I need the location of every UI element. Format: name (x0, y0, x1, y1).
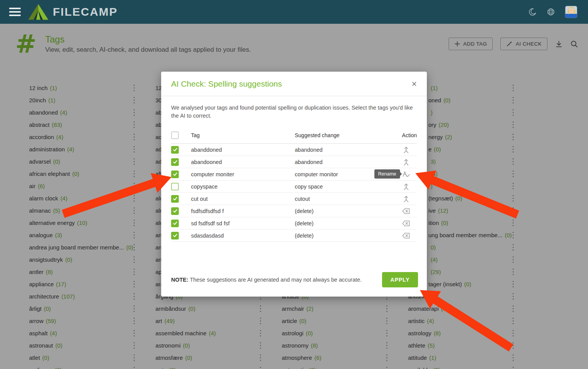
ai-check-modal: AI Check: Spelling suggestions × We anal… (161, 72, 427, 297)
row-checkbox[interactable] (171, 195, 179, 203)
rename-tooltip: Rename (374, 169, 400, 179)
suggested-change-value: (delete) (295, 208, 395, 214)
suggestions-table: Tag Suggested change Action abanddonedab… (171, 127, 417, 242)
suggestion-row: computer monitercomputer monitorRename (171, 168, 417, 180)
merge-action-icon[interactable] (395, 158, 417, 166)
column-header-action: Action (395, 132, 417, 138)
apply-button[interactable]: APPLY (382, 272, 418, 287)
suggestion-row: sdasdasdasd(delete) (171, 230, 417, 242)
ai-disclaimer-note: NOTE: These suggestions are AI generated… (171, 277, 362, 283)
table-header-row: Tag Suggested change Action (171, 127, 417, 144)
merge-action-icon[interactable] (395, 195, 417, 203)
delete-action-icon[interactable] (395, 231, 417, 240)
column-header-tag: Tag (191, 132, 295, 138)
column-header-suggestion: Suggested change (295, 132, 395, 138)
delete-action-icon[interactable] (395, 219, 417, 228)
close-icon[interactable]: × (412, 79, 417, 89)
suggested-change-value: cutout (295, 196, 395, 202)
user-avatar[interactable] (565, 6, 577, 18)
modal-description: We analysed your tags and found potentia… (161, 96, 427, 120)
row-checkbox[interactable] (171, 146, 179, 154)
suggestion-row: fsdfsdfsdfsd f(delete) (171, 205, 417, 217)
select-all-checkbox[interactable] (171, 131, 179, 139)
suggested-change-value: copy space (295, 184, 395, 190)
delete-action-icon[interactable] (395, 207, 417, 215)
top-navbar: FILECAMP (0, 0, 588, 24)
row-checkbox[interactable] (171, 207, 179, 215)
tag-value: computer moniter (191, 171, 295, 177)
tag-value: sdasdasdasd (191, 233, 295, 239)
row-checkbox[interactable] (171, 171, 179, 178)
brand-logo[interactable]: FILECAMP (28, 3, 118, 21)
suggestion-row: abanddonedabandoned (171, 144, 417, 156)
brand-name: FILECAMP (53, 5, 118, 18)
tag-value: fsdfsdfsdfsd f (191, 208, 295, 214)
suggestion-row: cut outcutout (171, 193, 417, 205)
language-globe-icon[interactable] (547, 8, 555, 16)
row-checkbox[interactable] (171, 158, 179, 166)
tag-value: abandooned (191, 159, 295, 165)
hamburger-menu-icon[interactable] (9, 8, 21, 16)
merge-action-icon[interactable] (395, 146, 417, 154)
tag-value: cut out (191, 196, 295, 202)
merge-action-icon[interactable] (395, 182, 417, 191)
suggested-change-value: (delete) (295, 233, 395, 239)
suggested-change-value: (delete) (295, 220, 395, 226)
suggestion-row: copyspacecopy space (171, 180, 417, 193)
modal-title: AI Check: Spelling suggestions (171, 79, 282, 89)
row-checkbox[interactable] (171, 220, 179, 227)
tag-value: sd fsdfsdf sd fsf (191, 220, 295, 226)
row-checkbox[interactable] (171, 183, 179, 190)
suggestion-row: abandoonedabandoned (171, 156, 417, 168)
tag-value: copyspace (191, 184, 295, 190)
suggested-change-value: abandoned (295, 147, 395, 153)
row-checkbox[interactable] (171, 232, 179, 239)
tent-logo-icon (28, 3, 49, 21)
tag-value: abanddoned (191, 147, 295, 153)
dark-mode-moon-icon[interactable] (528, 8, 537, 16)
suggestion-row: sd fsdfsdf sd fsf(delete) (171, 217, 417, 230)
suggested-change-value: abandoned (295, 159, 395, 165)
